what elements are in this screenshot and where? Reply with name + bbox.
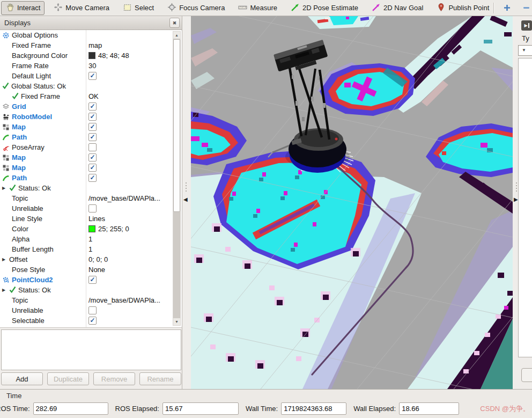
remove-button[interactable]: Remove [93,372,135,385]
property-value[interactable]: None [86,266,182,274]
property-value[interactable]: 1 [86,245,182,253]
displays-property-tree[interactable]: Global OptionsFixed FramemapBackground C… [0,30,182,328]
toolbar-item-measure[interactable]: Measure [234,1,282,15]
display-row-unreliable[interactable]: Unreliable [0,203,182,214]
color-swatch[interactable] [88,225,95,232]
checkbox-checked[interactable]: ✓ [88,153,97,162]
property-value[interactable]: ✓ [86,174,182,182]
collapse-right-icon[interactable]: ▶ [514,196,518,202]
property-value[interactable]: 1 [86,235,182,243]
panel-detach-icon[interactable]: ▶ [521,20,532,31]
display-row-posearray[interactable]: PoseArray [0,142,182,152]
display-row-buffer-length[interactable]: Buffer Length1 [0,244,182,254]
expander-icon[interactable]: ▶ [2,186,9,190]
duplicate-button[interactable]: Duplicate [47,372,89,385]
display-row-color[interactable]: Color25; 255; 0 [0,224,182,234]
property-value[interactable]: 0; 0; 0 [86,255,182,263]
display-row-frame-rate[interactable]: Frame Rate30 [0,61,182,71]
checkbox-checked[interactable]: ✓ [88,276,97,284]
views-bottom-button[interactable] [521,368,532,382]
display-row-map[interactable]: Map✓ [0,163,182,173]
close-icon[interactable]: ✖ [169,18,180,28]
display-row-status-ok[interactable]: ▶Status: Ok [0,183,182,193]
display-row-selectable[interactable]: Selectable✓ [0,316,182,326]
toolbar-item-move-camera[interactable]: Move Camera [49,1,114,15]
display-row-map[interactable]: Map✓ [0,122,182,132]
displays-panel-header[interactable]: Displays ✖ [0,16,182,30]
3d-viewport[interactable] [191,16,513,389]
scroll-up-icon[interactable]: ▲ [173,32,180,39]
display-row-path[interactable]: Path✓ [0,132,182,142]
property-value[interactable]: 48; 48; 48 [86,52,182,60]
property-value[interactable] [86,306,182,314]
display-row-line-style[interactable]: Line StyleLines [0,214,182,224]
collapse-left-icon[interactable]: ◀ [183,196,188,202]
property-value[interactable]: ✓ [86,317,182,325]
display-row-unreliable[interactable]: Unreliable [0,305,182,316]
display-row-topic[interactable]: Topic/move_base/DWAPla... [0,193,182,203]
time-field-input[interactable] [399,402,459,415]
display-row-global-status-ok[interactable]: Global Status: Ok [0,81,182,91]
rename-button[interactable]: Rename [139,372,181,385]
property-value[interactable]: ✓ [86,164,182,172]
scrollbar-thumb[interactable] [173,39,180,212]
property-value[interactable]: /move_base/DWAPla... [86,296,182,304]
toolbar-item-focus-camera[interactable]: Focus Camera [163,1,229,15]
checkbox-checked[interactable]: ✓ [88,317,97,325]
display-row-pose-style[interactable]: Pose StyleNone [0,265,182,275]
checkbox-unchecked[interactable] [88,306,97,314]
checkbox-checked[interactable]: ✓ [88,174,97,182]
tree-scrollbar[interactable]: ▲ ▼ [173,31,181,326]
scroll-down-icon[interactable]: ▼ [173,318,180,325]
toolbar-item-2d-pose-estimate[interactable]: 2D Pose Estimate [286,1,363,15]
checkbox-checked[interactable]: ✓ [88,133,97,141]
display-row-fixed-frame[interactable]: Fixed Framemap [0,40,182,50]
expander-icon[interactable]: ▶ [2,257,9,262]
property-value[interactable]: ✓ [86,113,182,121]
time-field-input[interactable] [281,402,346,415]
add-button[interactable]: Add [1,372,43,385]
property-value[interactable] [86,143,182,151]
checkbox-checked[interactable]: ✓ [88,164,97,172]
color-swatch[interactable] [88,52,95,59]
display-row-topic[interactable]: Topic/move_base/DWAPla... [0,295,182,305]
display-row-grid[interactable]: Grid✓ [0,101,182,112]
display-row-fixed-frame[interactable]: Fixed FrameOK [0,91,182,101]
display-row-robotmodel[interactable]: RobotModel✓ [0,112,182,122]
expander-icon[interactable]: ▶ [2,288,9,292]
toolbar-item-interact[interactable]: Interact [1,1,45,15]
checkbox-checked[interactable]: ✓ [88,102,97,111]
display-row-global-options[interactable]: Global Options [0,30,182,40]
property-value[interactable]: OK [86,92,182,100]
property-value[interactable]: ✓ [86,276,182,284]
property-value[interactable]: 25; 255; 0 [86,225,182,233]
display-row-pointcloud2[interactable]: PointCloud2✓ [0,275,182,285]
display-row-offset[interactable]: ▶Offset0; 0; 0 [0,254,182,265]
checkbox-checked[interactable]: ✓ [88,123,97,131]
toolbar-item-select[interactable]: Select [119,1,158,15]
display-row-map[interactable]: Map✓ [0,152,182,163]
time-field-input[interactable] [33,402,108,415]
checkbox-checked[interactable]: ✓ [88,72,97,80]
display-row-background-color[interactable]: Background Color48; 48; 48 [0,50,182,61]
add-tool-plus-button[interactable] [500,2,513,14]
property-value[interactable]: ✓ [86,123,182,131]
display-row-path[interactable]: Path✓ [0,173,182,183]
time-field-input[interactable] [162,402,239,415]
views-list[interactable] [518,58,532,357]
views-type-dropdown[interactable]: ▼ [518,45,532,56]
display-row-alpha[interactable]: Alpha1 [0,234,182,244]
property-value[interactable]: 30 [86,62,182,70]
property-value[interactable]: ✓ [86,153,182,162]
property-value[interactable]: ✓ [86,102,182,111]
left-panel-splitter[interactable]: ◀ [182,16,191,389]
toolbar-item-2d-nav-goal[interactable]: 2D Nav Goal [367,1,427,15]
display-row-default-light[interactable]: Default Light✓ [0,71,182,81]
display-row-status-ok[interactable]: ▶Status: Ok [0,285,182,295]
checkbox-checked[interactable]: ✓ [88,113,97,121]
property-value[interactable] [86,204,182,212]
property-value[interactable]: /move_base/DWAPla... [86,194,182,202]
property-value[interactable]: ✓ [86,133,182,141]
remove-tool-minus-button[interactable]: ▾ [520,2,532,14]
property-value[interactable]: ✓ [86,72,182,80]
